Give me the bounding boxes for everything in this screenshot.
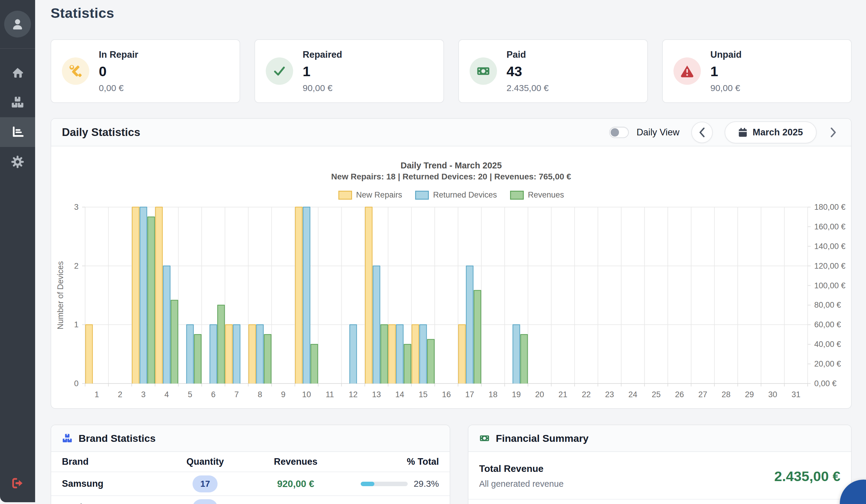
brand-statistics-header: Brand Statistics xyxy=(51,425,449,452)
gear-icon xyxy=(11,155,24,169)
brand-name: Apple xyxy=(62,502,168,504)
daily-view-label: Daily View xyxy=(636,127,679,138)
daily-chart: 01230,00 €20,00 €40,00 €60,00 €80,00 €10… xyxy=(51,146,851,409)
financial-summary-panel: Financial Summary Total Revenue All gene… xyxy=(468,425,852,504)
bar-chart-icon xyxy=(11,125,24,139)
svg-text:1: 1 xyxy=(95,390,99,399)
legend-swatch xyxy=(338,191,352,200)
total-revenue-row: Total Revenue All generated revenue 2.43… xyxy=(468,452,851,499)
daily-trend-chart: 01230,00 €20,00 €40,00 €60,00 €80,00 €10… xyxy=(51,146,852,409)
sidebar-item-statistics[interactable] xyxy=(0,117,35,147)
svg-text:28: 28 xyxy=(722,390,731,399)
percent-bar xyxy=(361,482,408,486)
total-revenue-label: Total Revenue xyxy=(479,463,564,474)
chart-legend: New RepairsReturned DevicesRevenues xyxy=(51,190,851,200)
svg-text:20: 20 xyxy=(535,390,544,399)
svg-text:3: 3 xyxy=(141,390,145,399)
brand-table-header: Brand Quantity Revenues % Total xyxy=(51,452,449,472)
svg-text:2: 2 xyxy=(74,261,79,270)
card-in-repair: In Repair 0 0,00 € xyxy=(51,39,240,103)
card-sub: 2.435,00 € xyxy=(507,83,549,93)
svg-text:20,00 €: 20,00 € xyxy=(814,359,841,368)
period-label: March 2025 xyxy=(753,127,803,138)
svg-text:Number of Devices: Number of Devices xyxy=(56,261,65,330)
legend-item[interactable]: New Repairs xyxy=(338,190,402,200)
svg-text:3: 3 xyxy=(74,203,79,212)
card-value: 0 xyxy=(99,63,138,79)
boxes-icon xyxy=(11,96,24,109)
card-value: 1 xyxy=(710,63,742,79)
home-icon xyxy=(11,66,24,79)
svg-text:80,00 €: 80,00 € xyxy=(814,301,841,310)
table-row[interactable]: Samsung 17 920,00 € 29.3% xyxy=(51,472,449,495)
financial-summary-header: Financial Summary xyxy=(468,425,851,452)
sign-out-icon xyxy=(11,476,24,490)
chart-title: Daily Trend - March 2025 xyxy=(51,161,851,170)
svg-text:0: 0 xyxy=(74,379,79,388)
svg-text:40,00 €: 40,00 € xyxy=(814,340,841,349)
previous-month-button[interactable] xyxy=(691,122,713,143)
avatar[interactable] xyxy=(4,11,31,37)
brand-statistics-panel: Brand Statistics Brand Quantity Revenues… xyxy=(51,425,450,504)
period-selector[interactable]: March 2025 xyxy=(725,121,817,143)
page-title: Statistics xyxy=(51,5,114,21)
svg-text:25: 25 xyxy=(652,390,660,399)
logout-button[interactable] xyxy=(0,470,35,497)
legend-swatch xyxy=(510,191,524,200)
column-brand: Brand xyxy=(62,456,168,467)
svg-text:100,00 €: 100,00 € xyxy=(814,281,845,290)
daily-controls: Daily View March 2025 xyxy=(609,121,842,143)
svg-text:12: 12 xyxy=(349,390,358,399)
svg-text:160,00 €: 160,00 € xyxy=(814,222,845,231)
card-unpaid: Unpaid 1 90,00 € xyxy=(662,39,852,103)
pending-revenue-row: Pending Revenue xyxy=(468,499,851,504)
financial-summary-title: Financial Summary xyxy=(496,433,589,444)
column-quantity: Quantity xyxy=(168,456,243,467)
svg-text:60,00 €: 60,00 € xyxy=(814,320,841,329)
svg-text:17: 17 xyxy=(465,390,474,399)
card-paid: Paid 43 2.435,00 € xyxy=(458,39,648,103)
svg-text:180,00 €: 180,00 € xyxy=(814,203,845,212)
svg-text:10: 10 xyxy=(302,390,311,399)
brand-revenue: 1.070,00 € xyxy=(243,502,348,504)
money-icon xyxy=(479,433,490,444)
card-value: 43 xyxy=(507,63,549,79)
next-month-button[interactable] xyxy=(824,122,842,143)
table-row[interactable]: Apple 15 1.070,00 € 25.9% xyxy=(51,495,449,504)
svg-text:140,00 €: 140,00 € xyxy=(814,242,845,251)
check-icon xyxy=(266,57,293,85)
tools-icon xyxy=(62,57,89,85)
calendar-icon xyxy=(738,128,747,137)
svg-text:30: 30 xyxy=(768,390,777,399)
percent-text: 29.3% xyxy=(414,479,439,489)
svg-text:18: 18 xyxy=(489,390,498,399)
card-label: Paid xyxy=(507,49,549,60)
svg-text:31: 31 xyxy=(792,390,800,399)
quantity-badge: 15 xyxy=(192,499,218,504)
chevron-right-icon xyxy=(829,127,837,137)
stat-cards: In Repair 0 0,00 € Repaired 1 90,00 € xyxy=(51,39,852,103)
svg-text:27: 27 xyxy=(698,390,707,399)
chart-subtitle: New Repairs: 18 | Returned Devices: 20 |… xyxy=(51,172,851,181)
sidebar-item-settings[interactable] xyxy=(0,147,35,177)
sidebar-item-home[interactable] xyxy=(0,58,35,88)
svg-text:6: 6 xyxy=(211,390,215,399)
svg-text:14: 14 xyxy=(395,390,404,399)
legend-item[interactable]: Revenues xyxy=(510,190,564,200)
legend-label: Returned Devices xyxy=(433,190,497,200)
sidebar-item-inventory[interactable] xyxy=(0,88,35,117)
svg-text:11: 11 xyxy=(325,390,334,399)
card-repaired: Repaired 1 90,00 € xyxy=(254,39,444,103)
column-total: % Total xyxy=(348,456,439,467)
daily-view-toggle[interactable] xyxy=(609,127,629,138)
svg-text:120,00 €: 120,00 € xyxy=(814,261,845,270)
svg-text:24: 24 xyxy=(629,390,637,399)
daily-statistics-header: Daily Statistics Daily View xyxy=(51,119,851,146)
legend-swatch xyxy=(415,191,429,200)
legend-item[interactable]: Returned Devices xyxy=(415,190,497,200)
svg-text:22: 22 xyxy=(582,390,591,399)
card-sub: 0,00 € xyxy=(99,83,138,93)
svg-text:15: 15 xyxy=(419,390,428,399)
svg-text:4: 4 xyxy=(165,390,169,399)
card-label: In Repair xyxy=(99,49,138,60)
